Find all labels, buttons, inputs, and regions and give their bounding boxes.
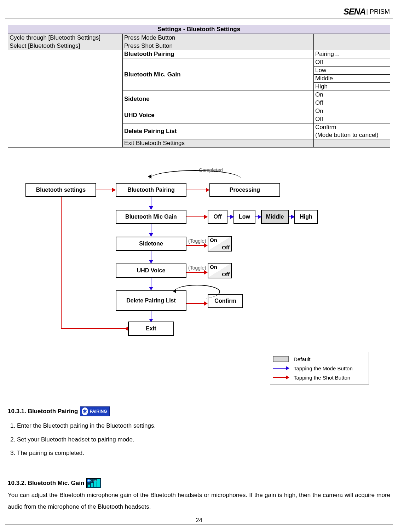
box-off: Off [208, 210, 227, 224]
step-2: Set your Bluetooth headset to pairing mo… [17, 433, 390, 446]
swatch-shot [273, 377, 289, 378]
box-sidetone: Sidetone [116, 237, 186, 251]
legend-shot: Tapping the Shot Button [294, 375, 350, 381]
swatch-mode [273, 368, 289, 369]
mic-gain-icon: ✱MIC GAIN [86, 478, 101, 488]
legend-default: Default [294, 356, 311, 362]
cell: (Mode button to cancel) [314, 131, 390, 139]
cell: Off [314, 58, 390, 66]
cell: Sidetone [123, 91, 314, 107]
page-footer: 24 [5, 516, 393, 525]
flow-diagram: Bluetooth settings Bluetooth Pairing Pro… [8, 169, 390, 388]
cell: Delete Pairing List [123, 123, 314, 139]
page-header: SENA | PRISM [5, 5, 393, 18]
cell [314, 139, 390, 148]
pairing-icon: ✱PAIRING [80, 406, 109, 416]
swatch-default [273, 356, 289, 362]
cell [314, 34, 390, 42]
mic-gain-body: You can adjust the Bluetooth microphone … [8, 490, 390, 513]
box-high: High [294, 210, 318, 224]
section-10-3-2: 10.3.2. Bluetooth Mic. Gain ✱MIC GAIN Yo… [8, 478, 390, 513]
cell [8, 50, 123, 148]
cell: Confirm [314, 123, 390, 132]
heading-10-3-2: 10.3.2. Bluetooth Mic. Gain [8, 478, 84, 489]
cell: Pairing… [314, 50, 390, 58]
label-toggle-2: (Toggle) [188, 265, 206, 271]
cell: Off [314, 115, 390, 123]
box-uhd: UHD Voice [116, 264, 186, 278]
cell: Select [Bluetooth Settings] [8, 42, 123, 50]
toggle-uhd: OnOff [208, 263, 232, 278]
cell: Press Shot Button [123, 42, 314, 50]
toggle-sidetone: OnOff [208, 236, 232, 251]
page-number: 24 [196, 517, 202, 524]
cell: Cycle through [Bluetooth Settings] [8, 34, 123, 42]
cell: On [314, 91, 390, 99]
heading-10-3-1: 10.3.1. Bluetooth Pairing [8, 406, 78, 417]
box-exit: Exit [128, 322, 174, 336]
product-label: | PRISM [366, 8, 390, 16]
cell: High [314, 83, 390, 91]
cell: Press Mode Button [123, 34, 314, 42]
cell: On [314, 107, 390, 115]
box-mic-gain: Bluetooth Mic Gain [116, 210, 186, 224]
legend-mode: Tapping the Mode Button [294, 365, 353, 371]
cell: Bluetooth Pairing [123, 50, 314, 58]
box-bt-settings: Bluetooth settings [25, 183, 96, 197]
cell: Bluetooth Mic. Gain [123, 58, 314, 91]
label-toggle-1: (Toggle) [188, 238, 206, 244]
legend: Default Tapping the Mode Button Tapping … [270, 352, 369, 384]
brand-logo: SENA [344, 7, 366, 17]
section-10-3-1: 10.3.1. Bluetooth Pairing ✱PAIRING Enter… [8, 406, 390, 460]
cell: Middle [314, 75, 390, 83]
cell: Low [314, 66, 390, 75]
step-3: The pairing is completed. [17, 446, 390, 460]
step-1: Enter the Bluetooth pairing in the Bluet… [17, 419, 390, 433]
cell: Off [314, 99, 390, 107]
cell: UHD Voice [123, 107, 314, 123]
box-middle: Middle [261, 210, 289, 224]
cell [314, 42, 390, 50]
settings-table: Settings - Bluetooth Settings Cycle thro… [8, 25, 390, 148]
box-low: Low [233, 210, 255, 224]
cell: Exit Bluetooth Settings [123, 139, 314, 148]
table-title: Settings - Bluetooth Settings [8, 25, 390, 34]
